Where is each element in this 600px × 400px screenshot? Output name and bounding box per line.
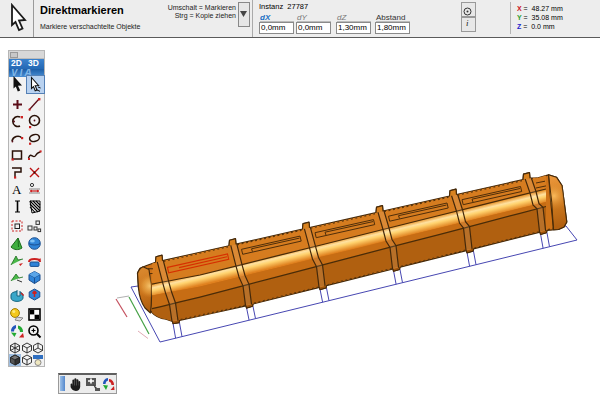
svg-text:A: A xyxy=(12,182,22,197)
